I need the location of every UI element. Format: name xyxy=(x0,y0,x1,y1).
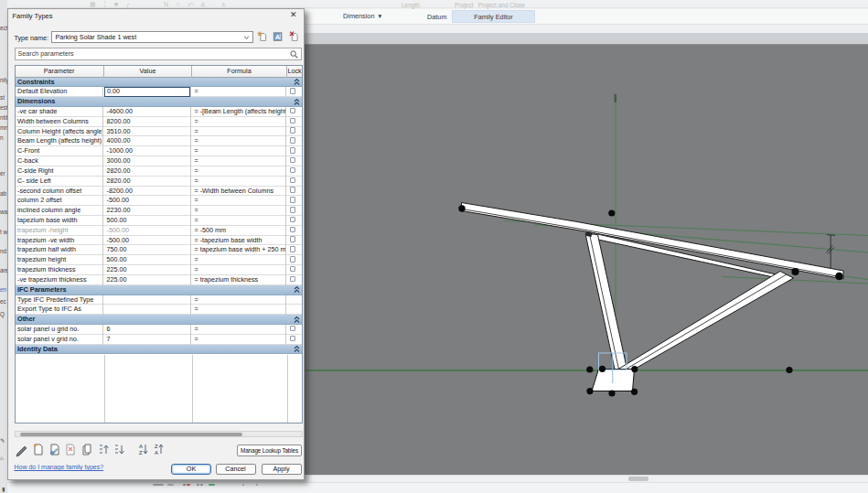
svg-text:A: A xyxy=(275,33,281,41)
svg-text:A: A xyxy=(155,450,158,455)
svg-text:Z: Z xyxy=(155,444,158,449)
svg-text:Z: Z xyxy=(139,450,143,455)
svg-text:A: A xyxy=(139,444,143,449)
